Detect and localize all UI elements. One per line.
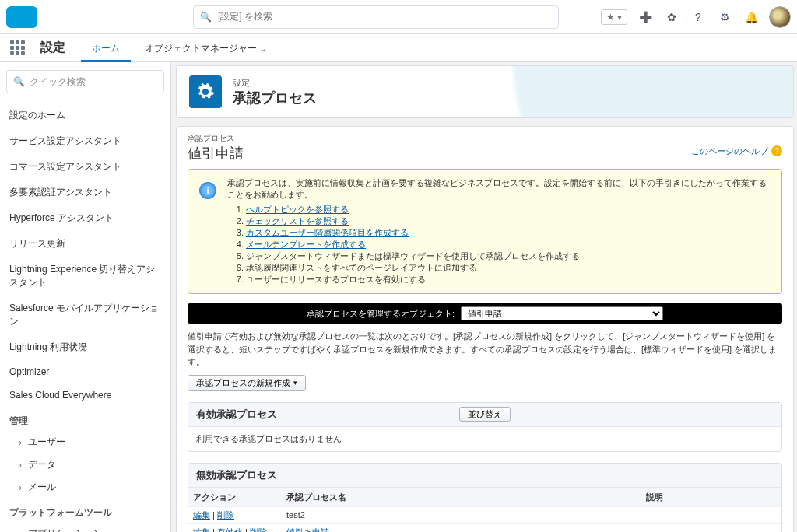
info-step-7: ユーザーにリリースするプロセスを有効にする xyxy=(246,275,426,284)
page-eyebrow: 設定 xyxy=(233,77,317,89)
global-search[interactable]: 🔍 [設定] を検索 xyxy=(193,5,559,29)
sidebar-commerce-assistant[interactable]: コマース設定アシスタント xyxy=(6,154,164,180)
favorites-button[interactable]: ★ ▾ xyxy=(601,9,627,25)
quick-find-input[interactable]: 🔍 クイック検索 xyxy=(6,70,164,93)
sidebar-item-apps[interactable]: アプリケーション xyxy=(6,523,164,532)
sidebar-release-updates[interactable]: リリース更新 xyxy=(6,231,164,257)
inactive-heading: 無効承認プロセス xyxy=(196,468,277,482)
page-header: 設定 承認プロセス xyxy=(176,65,794,118)
content-area: 設定 承認プロセス 承認プロセス 値引申請 このページのヘルプ ? i xyxy=(171,62,797,532)
reorder-button[interactable]: 並び替え xyxy=(459,407,511,422)
name-cell: test2 xyxy=(282,506,641,523)
active-heading: 有効承認プロセス xyxy=(196,408,277,422)
info-link-3[interactable]: カスタムユーザー階層関係項目を作成する xyxy=(246,228,409,237)
active-processes-section: 有効承認プロセス 並び替え 利用できる承認プロセスはありません xyxy=(188,402,782,452)
tab-home[interactable]: ホーム xyxy=(81,34,131,62)
name-cell: 値引き申請 xyxy=(282,523,641,532)
search-icon: 🔍 xyxy=(200,12,212,23)
col-name: 承認プロセス名 xyxy=(282,488,641,506)
sidebar-section-platform: プラットフォームツール xyxy=(6,499,164,523)
sidebar-optimizer[interactable]: Optimizer xyxy=(6,360,164,383)
trailhead-icon[interactable]: ✿ xyxy=(663,9,680,26)
search-icon: 🔍 xyxy=(13,76,25,87)
description-text: 値引申請で有効および無効な承認プロセスの一覧は次のとおりです。[承認プロセスの新… xyxy=(188,330,782,369)
page-help-link[interactable]: このページのヘルプ ? xyxy=(691,145,782,157)
desc-cell xyxy=(641,506,781,523)
table-row: 編集 | 削除test2 xyxy=(188,506,781,523)
desc-cell xyxy=(641,523,781,532)
table-row: 編集 | 有効化 | 削除値引き申請 xyxy=(188,523,781,532)
sidebar-lex-switch[interactable]: Lightning Experience 切り替えアシスタント xyxy=(6,257,164,296)
inactive-table: アクション 承認プロセス名 説明 編集 | 削除test2編集 | 有効化 | … xyxy=(188,488,781,533)
info-icon: i xyxy=(199,182,216,199)
sidebar-service-assistant[interactable]: サービス設定アシスタント xyxy=(6,128,164,154)
process-link[interactable]: 値引き申請 xyxy=(286,527,329,533)
col-action: アクション xyxy=(188,488,282,506)
action-link[interactable]: 削除 xyxy=(217,510,234,520)
sidebar-setup-home[interactable]: 設定のホーム xyxy=(6,103,164,128)
gear-icon[interactable]: ⚙ xyxy=(716,9,733,26)
manage-object-bar: 承認プロセスを管理するオブジェクト: 値引申請 xyxy=(188,303,782,324)
info-step-6: 承認履歴関連リストをすべてのページレイアウトに追加する xyxy=(246,263,477,272)
sidebar-mobile-app[interactable]: Salesforce モバイルアプリケーション xyxy=(6,296,164,334)
plus-icon[interactable]: ➕ xyxy=(637,9,654,26)
info-link-4[interactable]: メールテンプレートを作成する xyxy=(246,240,366,249)
action-link[interactable]: 有効化 xyxy=(217,527,243,533)
inactive-processes-section: 無効承認プロセス アクション 承認プロセス名 説明 編集 | 削除test2編集… xyxy=(188,463,782,533)
col-desc: 説明 xyxy=(641,488,781,506)
sidebar-lightning-usage[interactable]: Lightning 利用状況 xyxy=(6,334,164,360)
global-header: 🔍 [設定] を検索 ★ ▾ ➕ ✿ ? ⚙ 🔔 xyxy=(0,0,797,34)
sidebar-mfa-assistant[interactable]: 多要素認証アシスタント xyxy=(6,180,164,205)
action-cell: 編集 | 削除 xyxy=(188,506,282,523)
manage-object-label: 承認プロセスを管理するオブジェクト: xyxy=(307,308,455,320)
action-link[interactable]: 編集 xyxy=(193,510,210,520)
sidebar-section-admin: 管理 xyxy=(6,407,164,431)
active-empty: 利用できる承認プロセスはありません xyxy=(188,427,781,451)
sidebar-item-data[interactable]: データ xyxy=(6,453,164,476)
action-cell: 編集 | 有効化 | 削除 xyxy=(188,523,282,532)
context-bar: 設定 ホーム オブジェクトマネージャー⌄ xyxy=(0,34,797,62)
info-link-2[interactable]: チェックリストを参照する xyxy=(246,216,349,226)
sidebar-item-mail[interactable]: メール xyxy=(6,476,164,499)
chevron-down-icon: ⌄ xyxy=(260,44,266,53)
app-launcher-icon[interactable] xyxy=(6,37,28,59)
salesforce-logo xyxy=(6,6,37,28)
header-actions: ★ ▾ ➕ ✿ ? ⚙ 🔔 xyxy=(601,6,791,28)
info-intro: 承認プロセスは、実施前に情報収集と計画を要する複雑なビジネスプロセスです。設定を… xyxy=(227,177,771,201)
manage-object-select[interactable]: 値引申請 xyxy=(461,306,663,320)
bell-icon[interactable]: 🔔 xyxy=(743,9,760,26)
context-title: 設定 xyxy=(40,40,65,56)
help-icon: ? xyxy=(771,145,782,156)
tab-object-manager[interactable]: オブジェクトマネージャー⌄ xyxy=(134,34,277,62)
gear-icon xyxy=(189,75,222,108)
page-title: 承認プロセス xyxy=(233,89,317,107)
panel-eyebrow: 承認プロセス xyxy=(188,133,244,144)
action-link[interactable]: 編集 xyxy=(193,527,210,533)
help-icon[interactable]: ? xyxy=(690,9,707,26)
avatar[interactable] xyxy=(769,6,791,28)
main-panel: 承認プロセス 値引申請 このページのヘルプ ? i 承認プロセスは、実施前に情報… xyxy=(176,126,794,532)
sidebar-sales-cloud[interactable]: Sales Cloud Everywhere xyxy=(6,383,164,407)
sidebar-hyperforce[interactable]: Hyperforce アシスタント xyxy=(6,205,164,231)
info-step-5: ジャンプスタートウィザードまたは標準ウィザードを使用して承認プロセスを作成する xyxy=(246,251,580,261)
sidebar-item-users[interactable]: ユーザー xyxy=(6,431,164,453)
new-approval-process-button[interactable]: 承認プロセスの新規作成 xyxy=(188,375,306,391)
action-link[interactable]: 削除 xyxy=(250,527,267,533)
info-box: i 承認プロセスは、実施前に情報収集と計画を要する複雑なビジネスプロセスです。設… xyxy=(188,169,782,294)
setup-sidebar: 🔍 クイック検索 設定のホーム サービス設定アシスタント コマース設定アシスタン… xyxy=(0,62,171,532)
panel-title: 値引申請 xyxy=(188,144,244,163)
search-placeholder: [設定] を検索 xyxy=(218,10,272,23)
info-link-1[interactable]: ヘルプトピックを参照する xyxy=(246,205,349,214)
